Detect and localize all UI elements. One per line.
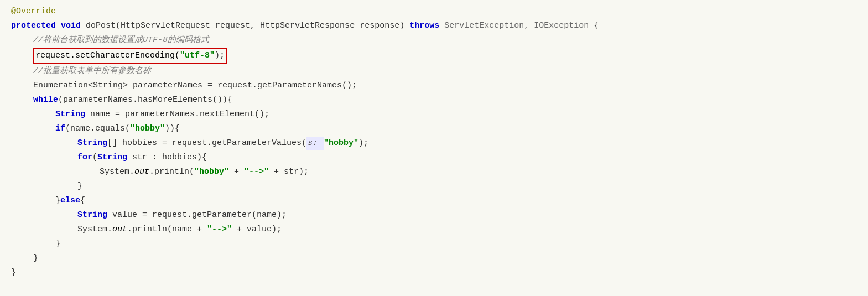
line-string-array: String[] hobbies = request.getParameterV… bbox=[0, 136, 868, 150]
line-sysout1: System.out.println("hobby" + "-->" + str… bbox=[0, 165, 868, 179]
line-method-sig: protected void doPost(HttpServletRequest… bbox=[0, 19, 868, 33]
line-override: @Override bbox=[0, 4, 868, 19]
line-close-for: } bbox=[0, 179, 868, 194]
code-container: @Overrideprotected void doPost(HttpServl… bbox=[0, 0, 868, 296]
line-for: for(String str : hobbies){ bbox=[0, 150, 868, 165]
line-close-method: } bbox=[0, 266, 868, 280]
highlighted-statement: request.setCharacterEncoding("utf-8"); bbox=[33, 48, 227, 64]
line-string-name: String name = parameterNames.nextElement… bbox=[0, 107, 868, 122]
line-else: }else{ bbox=[0, 194, 868, 208]
line-setencoding: request.setCharacterEncoding("utf-8"); bbox=[0, 48, 868, 64]
line-sysout2: System.out.println(name + "-->" + value)… bbox=[0, 222, 868, 237]
line-close-while: } bbox=[0, 251, 868, 266]
line-close-else: } bbox=[0, 237, 868, 251]
line-enumeration: Enumeration<String> parameterNames = req… bbox=[0, 79, 868, 93]
line-string-value: String value = request.getParameter(name… bbox=[0, 208, 868, 222]
line-if: if(name.equals("hobby")){ bbox=[0, 122, 868, 136]
line-comment2: //批量获取表单中所有参数名称 bbox=[0, 64, 868, 79]
line-while: while(parameterNames.hasMoreElements()){ bbox=[0, 93, 868, 107]
line-comment1: //将前台获取到的数据设置成UTF-8的编码格式 bbox=[0, 33, 868, 48]
